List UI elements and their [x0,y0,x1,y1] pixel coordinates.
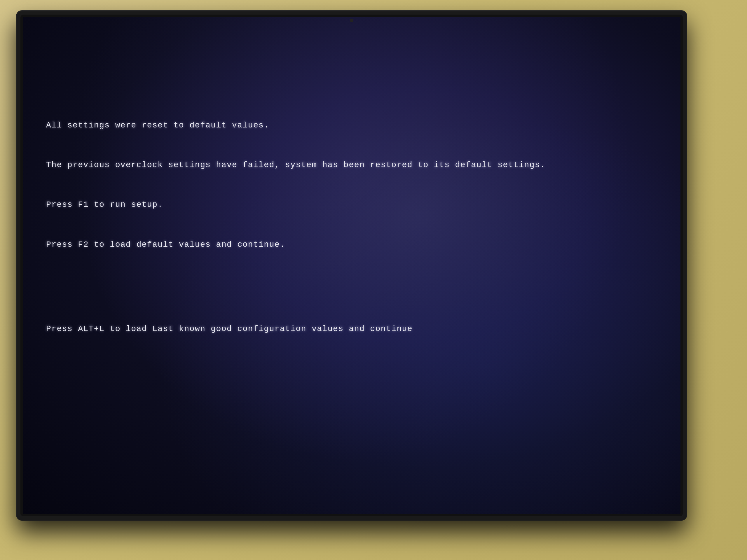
monitor: All settings were reset to default value… [16,10,687,521]
camera-notch [350,19,353,22]
bios-line-3: Press F1 to run setup. [46,198,657,211]
monitor-bezel: All settings were reset to default value… [20,15,683,516]
screen: All settings were reset to default value… [23,17,680,514]
bios-line-4: Press F2 to load default values and cont… [46,238,657,251]
bios-line-1: All settings were reset to default value… [46,119,657,132]
bios-line-6: Press ALT+L to load Last known good conf… [46,323,657,336]
bios-line-2: The previous overclock settings have fai… [46,159,657,172]
bios-text-area: All settings were reset to default value… [46,93,657,362]
bios-line-5 [46,278,657,291]
